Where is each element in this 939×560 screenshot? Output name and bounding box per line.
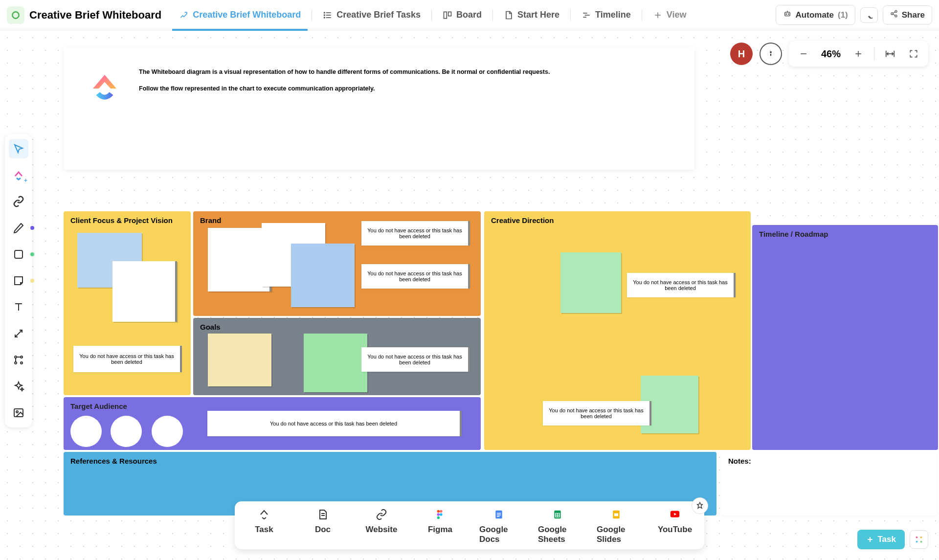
pin-dock-button[interactable] [692,497,708,514]
task-card[interactable]: You do not have access or this task has … [627,273,736,297]
clickup-tool[interactable]: + [9,165,28,185]
task-card[interactable]: You do not have access or this task has … [73,346,182,372]
section-creative-direction[interactable]: Creative Direction You do not have acces… [484,211,751,450]
dock-task[interactable]: Task [245,508,284,544]
svg-point-34 [770,52,771,53]
dock-gdocs[interactable]: Google Docs [479,508,518,544]
whiteboard-info-card[interactable]: The Whiteboard diagram is a visual repre… [64,47,694,170]
divider [312,9,312,21]
dock-gslides[interactable]: Google Slides [597,508,636,544]
clickup-logo [85,67,124,106]
svg-line-22 [893,14,895,16]
tab-start-here[interactable]: Start Here [497,6,566,24]
doc2-icon [316,508,329,521]
user-avatar[interactable]: H [730,43,753,65]
dock-website[interactable]: Website [362,508,401,544]
canvas-controls: H 46% [730,41,928,67]
svg-rect-52 [497,516,500,517]
dock-doc[interactable]: Doc [303,508,342,544]
divider [492,9,493,21]
automate-dropdown[interactable] [860,7,878,23]
app-grid-button[interactable] [910,530,928,549]
dock-label: YouTube [658,525,692,535]
task-card[interactable]: You do not have access or this task has … [361,347,470,372]
dock-label: Google Docs [479,525,518,544]
section-client-focus[interactable]: Client Focus & Project Vision You do not… [64,211,191,395]
sticky-note[interactable] [560,252,621,313]
info-line-1: The Whiteboard diagram is a visual repre… [139,67,550,77]
select-tool[interactable] [9,139,28,158]
automate-button[interactable]: Automate (1) [776,5,855,25]
fullscreen-button[interactable] [903,43,924,65]
board-icon [443,10,452,20]
tab-whiteboard[interactable]: Creative Brief Whiteboard [172,6,308,24]
task-card[interactable]: You do not have access or this task has … [543,401,651,426]
zoom-out-button[interactable] [793,43,814,65]
flowchart-tool[interactable] [9,350,28,370]
link-icon [375,508,388,521]
dock-figma[interactable]: Figma [421,508,460,544]
whiteboard-canvas[interactable]: + H [0,30,939,560]
svg-point-65 [916,541,918,543]
grid-icon [915,535,923,544]
connector-tool[interactable] [9,324,28,343]
youtube-icon [669,508,681,521]
sticky-note[interactable] [304,334,367,392]
dock-youtube[interactable]: YouTube [655,508,694,544]
section-target-audience[interactable]: Target Audience You do not have access o… [64,397,481,450]
svg-point-6 [324,17,325,18]
info-button[interactable] [760,43,782,65]
persona-circle[interactable] [70,416,102,447]
sticky-note[interactable] [112,261,177,322]
section-brand[interactable]: Brand You do not have access or this tas… [193,211,481,316]
task-card[interactable]: You do not have access or this task has … [361,221,470,246]
fullscreen-icon [909,49,918,59]
section-goals[interactable]: Goals You do not have access or this tas… [193,318,481,395]
shape-tool[interactable] [9,245,28,264]
link-tool[interactable] [9,192,28,211]
create-task-fab: Task [857,530,929,549]
gdocs-icon [492,508,505,521]
tab-timeline[interactable]: Timeline [575,6,638,24]
info-line-2: Follow the flow represented in the chart… [139,84,550,93]
section-timeline[interactable]: Timeline / Roadmap [752,225,938,450]
dock-gsheets[interactable]: Google Sheets [538,508,577,544]
task-card[interactable]: You do not have access or this task has … [207,411,462,436]
divider [642,9,642,21]
tab-add-view[interactable]: View [646,6,693,24]
color-dot [30,279,34,283]
task-card[interactable]: You do not have access or this task has … [361,264,470,289]
fit-width-button[interactable] [879,43,901,65]
section-title: Timeline / Roadmap [752,225,938,243]
sparkle-icon [13,381,24,392]
svg-point-33 [16,411,18,413]
zoom-value[interactable]: 46% [816,48,846,60]
ai-tool[interactable] [9,377,28,396]
section-notes[interactable]: Notes: [721,452,937,515]
list-icon [323,10,333,20]
sticky-tool[interactable] [9,271,28,291]
zoom-in-button[interactable] [848,43,869,65]
sticky-note[interactable] [208,334,271,386]
pen-tool[interactable] [9,218,28,238]
divider [874,47,874,61]
svg-point-44 [437,510,440,513]
share-button[interactable]: Share [883,5,932,24]
svg-point-5 [324,15,325,16]
share-icon [890,10,898,20]
svg-point-66 [920,541,922,543]
create-task-button[interactable]: Task [857,530,905,549]
svg-rect-7 [444,12,447,18]
text-tool[interactable] [9,297,28,317]
svg-point-19 [891,13,893,15]
image-tool[interactable] [9,403,28,423]
svg-point-0 [12,12,19,18]
persona-circle[interactable] [152,416,183,447]
tab-tasks[interactable]: Creative Brief Tasks [316,6,427,24]
sticky-note[interactable] [291,244,355,307]
tab-board[interactable]: Board [436,6,489,24]
tab-label: Timeline [595,10,631,20]
fit-width-icon [885,48,895,59]
persona-circle[interactable] [111,416,142,447]
pin-icon [696,502,704,510]
